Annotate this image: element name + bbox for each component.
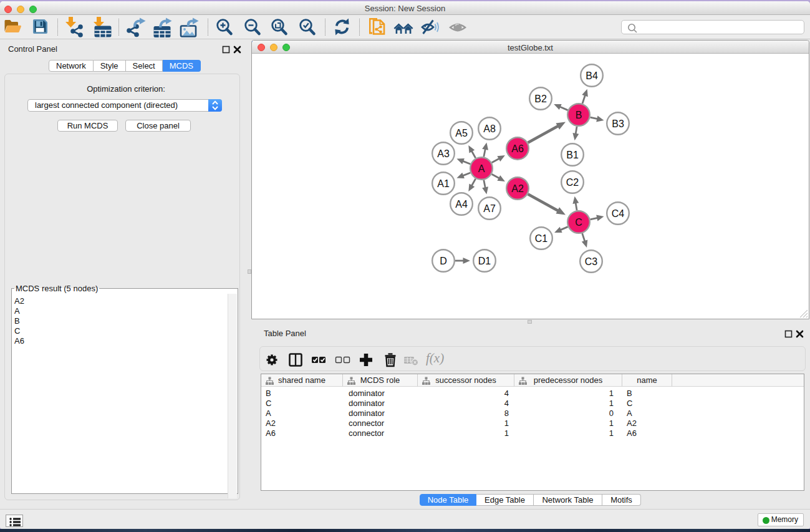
svg-text:B1: B1 <box>566 150 579 160</box>
svg-text:B2: B2 <box>534 94 547 104</box>
svg-text:A8: A8 <box>483 123 496 134</box>
svg-text:A6: A6 <box>511 143 524 154</box>
svg-text:B4: B4 <box>586 70 598 81</box>
svg-text:C3: C3 <box>585 256 598 267</box>
svg-text:D1: D1 <box>478 256 491 266</box>
svg-text:A5: A5 <box>455 128 468 138</box>
svg-text:A4: A4 <box>455 199 468 210</box>
svg-text:A2: A2 <box>511 183 524 194</box>
svg-text:A1: A1 <box>437 178 450 189</box>
svg-text:A7: A7 <box>483 203 496 214</box>
svg-text:C1: C1 <box>535 233 548 244</box>
svg-text:C: C <box>575 217 582 228</box>
svg-text:C4: C4 <box>612 208 625 219</box>
svg-text:B: B <box>576 110 582 120</box>
svg-text:B3: B3 <box>612 118 624 129</box>
svg-text:A3: A3 <box>437 148 450 159</box>
svg-text:D: D <box>440 256 447 266</box>
svg-text:A: A <box>478 163 485 174</box>
svg-text:C2: C2 <box>566 177 579 188</box>
